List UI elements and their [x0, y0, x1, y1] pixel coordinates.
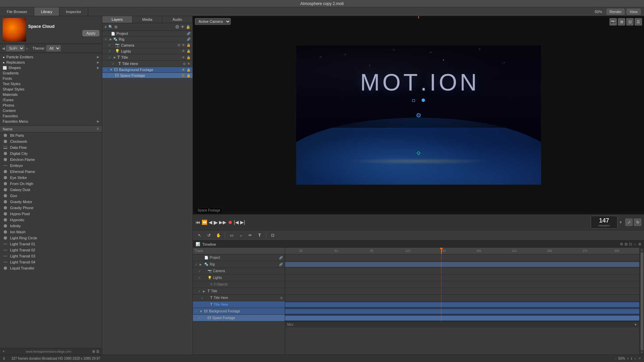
tab-library[interactable]: Library — [34, 7, 59, 16]
settings-icon[interactable]: ⚙ — [280, 296, 283, 300]
list-item[interactable]: Clockwork — [0, 138, 102, 144]
export-icon[interactable]: ↗ — [638, 357, 641, 360]
zoom-in-icon[interactable]: + — [627, 357, 629, 360]
shape-tool[interactable]: ⬦ — [237, 232, 245, 239]
cat-materials[interactable]: Materials — [0, 92, 102, 97]
list-item[interactable]: Liquid Transfer — [0, 265, 102, 271]
list-item[interactable]: Ion Wash — [0, 229, 102, 235]
search-layer-icon[interactable]: 🔍 — [108, 25, 113, 29]
layer-title-here[interactable]: ✓ T Title Here ⚙ 👁 — [102, 61, 193, 67]
prev-keyframe-button[interactable]: |◀ — [234, 220, 239, 225]
timeline-options-icon[interactable]: ⚙ — [620, 242, 623, 246]
list-item[interactable]: Light Transit 04 — [0, 259, 102, 265]
rotate-tool[interactable]: ↺ — [205, 232, 213, 239]
nav-back-icon[interactable]: ◀ — [2, 46, 5, 51]
layer-options-icon[interactable]: ⚙ — [175, 24, 179, 29]
list-item[interactable]: Electron Flame — [0, 157, 102, 163]
track-title-here-1[interactable]: ✓ T Title Here ⚙ — [193, 295, 285, 301]
mask-tool[interactable]: ⊡ — [269, 232, 277, 239]
pen-tool[interactable]: ✏ — [246, 232, 254, 239]
scroll-down-icon[interactable]: ▼ — [641, 351, 643, 354]
camera-icon-btn[interactable]: 📷 — [609, 18, 617, 25]
list-item[interactable]: Infinity — [0, 223, 102, 229]
cat-favorites-menu[interactable]: Favorites Menu ▶ — [0, 119, 102, 124]
tab-file-browser[interactable]: File Browser — [0, 7, 34, 16]
scale-icon-btn[interactable]: ⊡ — [626, 18, 634, 25]
cat-fonts[interactable]: Fonts — [0, 76, 102, 81]
cat-favorites[interactable]: Favorites — [0, 113, 102, 119]
layer-title[interactable]: ✓ ▶ T Title 👁 🔒 — [102, 54, 193, 61]
layout-icon-btn[interactable]: ☰ — [635, 18, 642, 25]
scroll-up-icon[interactable]: ▲ — [641, 248, 643, 251]
layer-rig[interactable]: ✓ ▶ 🔩 Rig 🔗 — [102, 37, 193, 42]
timeline-scrollbar[interactable]: ▲ ▼ — [639, 248, 644, 355]
settings-icon[interactable]: ⚙ — [177, 43, 180, 47]
cat-itunes[interactable]: iTunes — [0, 97, 102, 103]
layer-background-footage[interactable]: ✓ ▼ 🎞 Background Footage 👁 🔒 — [102, 67, 193, 73]
list-item[interactable]: Digital City — [0, 150, 102, 157]
info-toggle-icon[interactable]: ℹ — [631, 357, 632, 360]
audio-icon[interactable]: ♪ — [634, 357, 636, 360]
track-rig[interactable]: ✓ ▶ 🔩 Rig 🔗 — [193, 261, 285, 268]
list-item[interactable]: Hypnotic — [0, 217, 102, 223]
scifi-select[interactable]: SciFi — [6, 45, 24, 51]
tab-inspector[interactable]: Inspector — [59, 7, 88, 16]
rewind-button[interactable]: ⏮ — [196, 220, 200, 225]
track-3-objects[interactable]: = 3 Objects — [193, 281, 285, 288]
list-view-icon[interactable]: ☰ — [96, 350, 99, 353]
frame-display[interactable]: 147 FRAMES — [591, 216, 618, 229]
list-item[interactable]: From On High — [0, 181, 102, 187]
list-item[interactable]: Light Ring Circle — [0, 235, 102, 241]
cat-text-styles[interactable]: Text Styles — [0, 81, 102, 86]
layer-lights[interactable]: ✓ 💡 Lights 👁 🔒 — [102, 48, 193, 54]
list-item[interactable]: Light Transit 02 — [0, 247, 102, 253]
fullscreen-button[interactable]: ⤢ — [625, 219, 633, 226]
camera-select[interactable]: Active Camera — [195, 18, 231, 25]
settings-icon[interactable]: ⚙ — [183, 62, 186, 66]
list-item[interactable]: Light Transit 01 — [0, 241, 102, 247]
timeline-grid-icon[interactable]: ⊞ — [625, 242, 628, 246]
track-lights[interactable]: ✓ 💡 Lights — [193, 275, 285, 281]
apply-button[interactable]: Apply — [83, 30, 99, 36]
cat-shapes[interactable]: ⬜ Shapes ▶ — [0, 65, 102, 70]
cat-replicators[interactable]: ● Replicators ▶ — [0, 60, 102, 65]
list-item[interactable]: Eye Strike — [0, 175, 102, 181]
add-icon[interactable]: + — [3, 350, 5, 353]
list-item[interactable]: Data Flow — [0, 144, 102, 150]
cat-particle-emitters[interactable]: ● Particle Emitters ▶ — [0, 54, 102, 60]
track-camera[interactable]: ✓ 📷 Camera — [193, 268, 285, 275]
prev-frame-button[interactable]: ⏪ — [202, 220, 207, 225]
zoom-out-icon[interactable]: ↔ — [633, 242, 637, 246]
layer-project[interactable]: 📄 Project 🔗 — [102, 31, 193, 37]
layer-visibility-icon[interactable]: 👁 — [181, 25, 184, 29]
theme-select[interactable]: All — [46, 45, 61, 51]
next-keyframe-button[interactable]: ▶| — [240, 220, 245, 225]
close-filter-icon[interactable]: ✕ — [96, 127, 99, 131]
play-button[interactable]: ▶ — [214, 219, 218, 226]
list-item[interactable]: Galaxy Dust — [0, 187, 102, 193]
add-layer-icon[interactable]: + — [104, 24, 107, 29]
cat-content[interactable]: Content — [0, 108, 102, 113]
track-background-footage[interactable]: ✓ ▼ 🎞 Background Footage — [193, 308, 285, 315]
list-item[interactable]: Ethereal Flame — [0, 169, 102, 175]
timeline-expand-icon[interactable]: ⊡ — [629, 242, 632, 246]
track-project[interactable]: 📄 Project 🔗 — [193, 254, 285, 261]
list-item[interactable]: Light Transit 03 — [0, 253, 102, 259]
tab-audio[interactable]: Audio — [162, 16, 193, 23]
list-item[interactable]: Embryo — [0, 163, 102, 169]
list-item[interactable]: Bit Parts — [0, 132, 102, 138]
track-title[interactable]: ✓ ▶ T Title — [193, 288, 285, 295]
rect-tool[interactable]: ▭ — [227, 232, 235, 239]
play-forward-button[interactable]: ▶▶ — [219, 220, 226, 225]
zoom-in-icon[interactable]: ⊕ — [638, 242, 641, 246]
list-item[interactable]: Gravity Motor — [0, 199, 102, 205]
tab-media[interactable]: Media — [132, 16, 163, 23]
list-item[interactable]: Goo — [0, 193, 102, 199]
pan-tool[interactable]: ✋ — [214, 232, 222, 239]
cat-shape-styles[interactable]: Shape Styles — [0, 86, 102, 92]
play-backward-button[interactable]: ◀ — [209, 220, 212, 225]
scroll-thumb[interactable] — [641, 252, 643, 350]
grid-view-icon[interactable]: ⊞ — [92, 350, 95, 353]
record-button[interactable]: ⏺ — [228, 220, 232, 225]
select-tool[interactable]: ↖ — [196, 232, 204, 239]
